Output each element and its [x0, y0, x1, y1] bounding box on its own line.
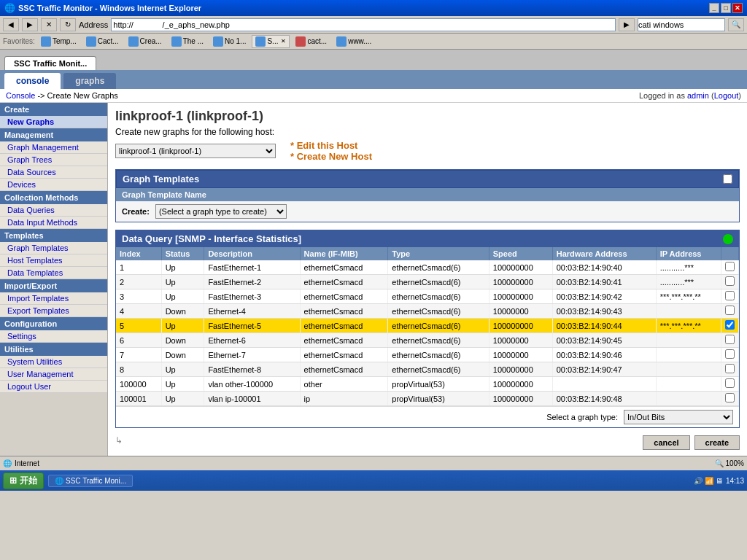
cell-check[interactable]	[721, 348, 739, 362]
back-btn[interactable]: ◀	[3, 18, 19, 31]
sidebar-item-logout-user[interactable]: Logout User	[0, 381, 107, 393]
fav-s[interactable]: S...✕	[252, 35, 290, 48]
table-row: 100000 Up vlan other-100000 other propVi…	[116, 377, 739, 392]
logout-link[interactable]: Logout	[714, 91, 739, 100]
row-checkbox-4[interactable]	[725, 320, 735, 330]
row-checkbox-7[interactable]	[725, 364, 735, 373]
taskbar-item-ie[interactable]: 🌐 SSC Traffic Moni...	[48, 475, 133, 487]
stop-btn[interactable]: ✕	[41, 18, 57, 31]
graph-type-row: Select a graph type: In/Out Bits In/Out …	[116, 406, 739, 427]
status-bar-left: 🌐 Internet	[3, 459, 39, 467]
sidebar-item-settings[interactable]: Settings	[0, 330, 107, 343]
fav-cact1[interactable]: Cact...	[82, 35, 123, 48]
search-input[interactable]	[638, 18, 725, 31]
cell-check[interactable]	[721, 362, 739, 377]
sidebar-section-utilities[interactable]: Utilities	[0, 343, 107, 356]
sidebar-item-graph-management[interactable]: Graph Management	[0, 141, 107, 154]
ie-taskbar-icon: 🌐	[55, 477, 63, 485]
forward-btn[interactable]: ▶	[22, 18, 38, 31]
row-checkbox-2[interactable]	[725, 291, 735, 300]
row-checkbox-0[interactable]	[725, 262, 735, 271]
fav-the[interactable]: The ...	[168, 35, 207, 48]
sidebar-item-host-templates[interactable]: Host Templates	[0, 254, 107, 267]
cell-status: Up	[161, 362, 204, 377]
sidebar-section-configuration[interactable]: Configuration	[0, 317, 107, 330]
sidebar-section-management[interactable]: Management	[0, 128, 107, 141]
cell-name: ethernetCsmacd	[300, 348, 388, 362]
cell-hw: 00:03:B2:14:90:42	[552, 289, 656, 304]
edit-host-link[interactable]: * Edit this Host	[290, 140, 372, 151]
fav-www[interactable]: www....	[333, 35, 375, 48]
auth-user[interactable]: admin	[687, 91, 709, 100]
graph-type-create-select[interactable]: (Select a graph type to create)	[155, 204, 287, 219]
sidebar-item-data-queries[interactable]: Data Queries	[0, 204, 107, 217]
breadcrumb-sep: ->	[37, 91, 47, 100]
cell-hw: 00:03:B2:14:90:44	[552, 319, 656, 333]
tab-console[interactable]: console	[4, 73, 61, 89]
create-row: Create: (Select a graph type to create)	[116, 201, 739, 222]
fav-crea[interactable]: Crea...	[125, 35, 166, 48]
sidebar-section-collection[interactable]: Collection Methods	[0, 191, 107, 204]
sidebar-item-data-input-methods[interactable]: Data Input Methods	[0, 217, 107, 229]
sidebar-item-new-graphs[interactable]: New Graphs	[0, 116, 107, 128]
sidebar-section-templates[interactable]: Templates	[0, 229, 107, 242]
sidebar-item-data-sources[interactable]: Data Sources	[0, 166, 107, 179]
host-label: Create new graphs for the following host…	[115, 127, 740, 137]
sidebar-section-create[interactable]: Create	[0, 103, 107, 116]
sidebar-item-data-templates[interactable]: Data Templates	[0, 267, 107, 279]
tab-graphs[interactable]: graphs	[63, 73, 116, 89]
cancel-button[interactable]: cancel	[643, 435, 689, 450]
cell-check[interactable]	[721, 275, 739, 289]
cell-check[interactable]	[721, 289, 739, 304]
breadcrumb-console[interactable]: Console	[6, 91, 35, 100]
window-controls[interactable]: _ □ ✕	[709, 3, 743, 13]
row-checkbox-6[interactable]	[725, 349, 735, 359]
cell-check[interactable]	[721, 260, 739, 275]
cell-hw: 00:03:B2:14:90:46	[552, 348, 656, 362]
cell-check[interactable]	[721, 304, 739, 319]
create-button[interactable]: create	[694, 435, 740, 450]
sidebar-item-system-utilities[interactable]: System Utilities	[0, 356, 107, 368]
host-select[interactable]: linkproof-1 (linkproof-1)	[115, 144, 276, 158]
refresh-btn[interactable]: ↻	[60, 18, 76, 31]
sidebar-section-import-export[interactable]: Import/Export	[0, 279, 107, 292]
row-checkbox-5[interactable]	[725, 335, 735, 344]
fav-no1[interactable]: No 1...	[209, 35, 249, 48]
fav-cact2[interactable]: cact...	[292, 35, 330, 48]
cell-check[interactable]	[721, 319, 739, 333]
go-btn[interactable]: ▶	[619, 18, 635, 31]
cell-type: ethernetCsmacd(6)	[388, 275, 489, 289]
browser-tab-active[interactable]: SSC Traffic Monit...	[4, 56, 96, 70]
graph-type-select[interactable]: In/Out Bits In/Out Bits with 95th Percen…	[624, 410, 733, 424]
cell-desc: vlan ip-100001	[204, 392, 300, 406]
sidebar-item-user-management[interactable]: User Management	[0, 368, 107, 381]
cell-check[interactable]	[721, 377, 739, 392]
sidebar-item-graph-trees[interactable]: Graph Trees	[0, 154, 107, 166]
maximize-btn[interactable]: □	[721, 3, 731, 13]
status-bar: 🌐 Internet 🔍 100%	[0, 456, 747, 470]
create-host-link[interactable]: * Create New Host	[290, 151, 372, 162]
minimize-btn[interactable]: _	[709, 3, 719, 13]
row-checkbox-1[interactable]	[725, 276, 735, 286]
close-btn[interactable]: ✕	[732, 3, 743, 13]
col-check	[721, 247, 739, 260]
graph-templates-select-all[interactable]	[723, 174, 732, 184]
row-checkbox-8[interactable]	[725, 378, 735, 388]
address-input[interactable]: http:// /_e_aphs_new.php	[111, 18, 616, 31]
start-button[interactable]: ⊞ 开始	[3, 472, 44, 489]
col-description: Description	[204, 247, 300, 260]
sidebar-item-export-templates[interactable]: Export Templates	[0, 305, 107, 317]
taskbar-item-label: SSC Traffic Moni...	[66, 477, 126, 485]
fav-temp[interactable]: Temp...	[37, 35, 80, 48]
cell-check[interactable]	[721, 333, 739, 348]
search-btn[interactable]: 🔍	[728, 18, 744, 31]
sidebar-item-import-templates[interactable]: Import Templates	[0, 292, 107, 305]
cell-check[interactable]	[721, 392, 739, 406]
row-checkbox-3[interactable]	[725, 306, 735, 315]
sidebar-item-devices[interactable]: Devices	[0, 179, 107, 191]
cell-status: Down	[161, 304, 204, 319]
sidebar-item-graph-templates[interactable]: Graph Templates	[0, 242, 107, 254]
ie-icon: 🌐	[4, 3, 15, 13]
row-checkbox-9[interactable]	[725, 393, 735, 402]
cell-status: Up	[161, 377, 204, 392]
